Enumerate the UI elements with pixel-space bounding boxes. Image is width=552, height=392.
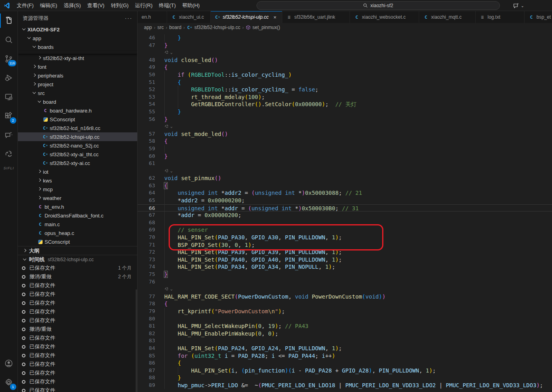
line-number[interactable]: 46 xyxy=(138,34,155,42)
tree-item-board_hardware.h[interactable]: Cboard_hardware.h xyxy=(18,106,137,115)
tree-item-iot[interactable]: iot xyxy=(18,167,137,176)
timeline-item[interactable]: 已保存文件1 个月 xyxy=(18,264,137,272)
command-center-search[interactable]: xiaozhi-sf2 xyxy=(257,1,500,10)
breadcrumb-item[interactable]: sf32lb52-lchspi-ulp.cc xyxy=(194,25,240,30)
tree-item-project[interactable]: project xyxy=(18,80,137,89)
line-number[interactable]: 73 xyxy=(138,256,155,264)
tree-item-SConscript[interactable]: SConscript xyxy=(18,237,137,246)
sidebar-scrollbar[interactable] xyxy=(136,289,137,392)
timeline-item[interactable]: 已保存文件 xyxy=(18,299,137,307)
tree-item-sf32lb52-lchspi-ulp.cc[interactable]: C+sf32lb52-lchspi-ulp.cc xyxy=(18,132,137,141)
explorer-icon[interactable] xyxy=(0,11,18,30)
line-number[interactable]: 83 xyxy=(138,337,155,345)
tree-item-XIAOZHI-SF2[interactable]: XIAOZHI-SF2 xyxy=(18,25,137,34)
chevron-down-icon[interactable]: ⌄ xyxy=(521,4,524,8)
tab-xiaozhi_ui.c[interactable]: Cxiaozhi_ui.c xyxy=(167,11,211,23)
line-number[interactable]: 66 xyxy=(138,205,155,212)
line-number[interactable]: 57 xyxy=(138,130,155,138)
timeline-item[interactable]: 已保存文件 xyxy=(18,386,137,392)
tab-xiaozhi_websocket.c[interactable]: Cxiaozhi_websocket.c xyxy=(350,11,419,23)
tab-sf32lb56x_uart.jlink[interactable]: ≣sf32lb56x_uart.jlink xyxy=(282,11,350,23)
timeline-item[interactable]: 撤消/重做2 个月 xyxy=(18,272,137,281)
menu-item[interactable]: 转到(G) xyxy=(108,0,132,11)
timeline-item[interactable]: 已保存文件 xyxy=(18,334,137,342)
line-number[interactable]: 68 xyxy=(138,219,155,227)
line-number[interactable]: 55 xyxy=(138,108,155,116)
tree-item-sf32lb52-nano_52j.cc[interactable]: C+sf32lb52-nano_52j.cc xyxy=(18,141,137,150)
line-number[interactable]: 75 xyxy=(138,271,155,278)
line-number[interactable]: 87 xyxy=(138,367,155,375)
line-number[interactable]: 78 xyxy=(138,300,155,308)
line-number[interactable]: 56 xyxy=(138,116,155,123)
line-number[interactable]: 62 xyxy=(138,175,155,182)
tree-item-main.c[interactable]: Cmain.c xyxy=(18,220,137,229)
line-number[interactable]: 49 xyxy=(138,64,155,71)
tree-item-peripherals[interactable]: peripherals xyxy=(18,71,137,80)
line-number[interactable]: 61 xyxy=(138,160,155,167)
tree-item-sf32lb52-xty-ai_tht.cc[interactable]: C+sf32lb52-xty-ai_tht.cc xyxy=(18,150,137,159)
tree-item-app[interactable]: app xyxy=(18,34,137,43)
line-number[interactable]: 81 xyxy=(138,322,155,330)
breadcrumb-item[interactable]: board xyxy=(169,25,181,30)
timeline-item[interactable]: 撤消/重做 xyxy=(18,325,137,334)
tree-item-bt_env.h[interactable]: Cbt_env.h xyxy=(18,202,137,211)
breadcrumb-item[interactable]: app xyxy=(144,25,152,30)
extension-action-icon[interactable]: ⌄ xyxy=(164,49,173,56)
menu-item[interactable]: 帮助(H) xyxy=(179,0,203,11)
menu-item[interactable]: 运行(R) xyxy=(132,0,155,11)
extensions-icon[interactable]: 2 xyxy=(0,107,18,126)
timeline-item[interactable]: 已保存文件 xyxy=(18,316,137,325)
remote-explorer-icon[interactable] xyxy=(0,87,18,107)
account-icon[interactable] xyxy=(0,354,18,373)
tree-item-src[interactable]: src xyxy=(18,89,137,97)
line-number[interactable] xyxy=(138,123,155,130)
code-editor[interactable]: 46 }47}⌄48void close_led()49{50 if (RGBL… xyxy=(138,32,552,392)
timeline-section-header[interactable]: 时间线 sf32lb52-lchspi-ulp.cc xyxy=(18,255,137,264)
line-number[interactable]: 76 xyxy=(138,278,155,286)
timeline-item[interactable]: 已保存文件 xyxy=(18,281,137,290)
line-number[interactable]: 48 xyxy=(138,56,155,64)
line-number[interactable] xyxy=(138,167,155,175)
close-icon[interactable]: × xyxy=(273,14,276,20)
line-number[interactable]: 85 xyxy=(138,352,155,360)
menu-item[interactable]: 文件(F) xyxy=(14,0,37,11)
tab-bsp_et[interactable]: Cbsp_et xyxy=(525,11,552,23)
line-number[interactable]: 54 xyxy=(138,101,155,108)
tree-item-sf32lb52-xty-ai.cc[interactable]: C+sf32lb52-xty-ai.cc xyxy=(18,159,137,167)
sifli-extension-icon[interactable] xyxy=(0,145,18,164)
extension-action-icon[interactable]: ⌄ xyxy=(164,123,173,130)
tab-log.txt[interactable]: ≣log.txt xyxy=(476,11,525,23)
outline-section-header[interactable]: 大纲 xyxy=(18,246,137,255)
line-number[interactable] xyxy=(138,285,155,293)
line-number[interactable]: 52 xyxy=(138,86,155,93)
line-number[interactable]: 64 xyxy=(138,189,155,197)
timeline-item[interactable]: 已保存文件 xyxy=(18,377,137,386)
line-number[interactable]: 82 xyxy=(138,330,155,338)
timeline-item[interactable]: 已保存文件 xyxy=(18,307,137,316)
line-number[interactable]: 89 xyxy=(138,382,155,389)
line-number[interactable]: 51 xyxy=(138,79,155,86)
tree-item-board[interactable]: board xyxy=(18,97,137,106)
tree-item-sf32lb52-xty-ai-tht[interactable]: sf32lb52-xty-ai-tht xyxy=(18,54,137,62)
copilot-chat-icon[interactable] xyxy=(0,126,18,145)
tab-sf32lb52-lchspi-ulp.cc[interactable]: C+sf32lb52-lchspi-ulp.cc× xyxy=(211,11,282,23)
settings-icon[interactable]: 1 xyxy=(0,373,18,392)
breadcrumb-item[interactable]: set_pinmux() xyxy=(253,25,280,30)
line-number[interactable]: 84 xyxy=(138,345,155,352)
line-number[interactable]: 74 xyxy=(138,263,155,271)
copilot-icon[interactable] xyxy=(513,2,519,9)
source-control-icon[interactable]: 116 xyxy=(0,49,18,68)
run-debug-icon[interactable] xyxy=(0,68,18,87)
line-number[interactable]: 70 xyxy=(138,234,155,241)
tree-item-boards[interactable]: boards xyxy=(18,43,137,51)
line-number[interactable]: 72 xyxy=(138,248,155,256)
timeline-item[interactable]: 已保存文件 xyxy=(18,360,137,369)
line-number[interactable]: 60 xyxy=(138,153,155,160)
line-number[interactable]: 80 xyxy=(138,315,155,323)
more-actions-icon[interactable]: ··· xyxy=(125,15,132,21)
line-number[interactable]: 63 xyxy=(138,182,155,190)
tree-item-weather[interactable]: weather xyxy=(18,194,137,202)
tree-item-font[interactable]: font xyxy=(18,62,137,71)
tree-item-sf32lb52-lcd_n16r8.cc[interactable]: C+sf32lb52-lcd_n16r8.cc xyxy=(18,124,137,132)
timeline-item[interactable]: 已保存文件 xyxy=(18,342,137,351)
